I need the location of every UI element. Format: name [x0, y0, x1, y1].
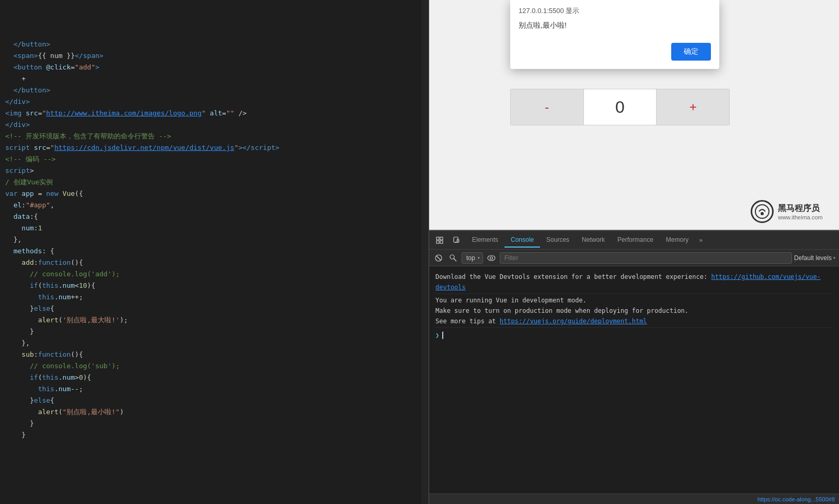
- logo-placeholder: 黑马程序员 www.itheima.com: [740, 198, 834, 225]
- browser-preview: 127.0.0.1:5500 显示 别点啦,最小啦! 确定 - 0 +: [429, 0, 839, 230]
- logo-area: 黑马程序员 www.itheima.com: [740, 198, 834, 225]
- alert-footer: 确定: [510, 39, 719, 69]
- code-line: methods: {: [0, 245, 429, 257]
- context-selector[interactable]: top ▾: [462, 252, 483, 264]
- code-line: alert("别点啦,最小啦!"): [0, 406, 429, 418]
- code-editor: </button> <span>{{ num }}</span> <button…: [0, 0, 429, 504]
- code-line: <button @click="add">: [0, 62, 429, 73]
- alert-body: 别点啦,最小啦!: [510, 18, 719, 39]
- code-line: this.num--;: [0, 383, 429, 395]
- code-line: },: [0, 234, 429, 245]
- code-line: script src="https://cdn.jsdelivr.net/npm…: [0, 142, 429, 154]
- code-line: sub:function(){: [0, 349, 429, 360]
- tab-network[interactable]: Network: [576, 233, 611, 248]
- code-line: this.num++;: [0, 291, 429, 303]
- console-output: Download the Vue Devtools extension for …: [429, 266, 839, 494]
- code-line: </button>: [0, 85, 429, 96]
- status-bar: https://oc.code-along...5500#8: [429, 494, 839, 504]
- code-line: +: [0, 73, 429, 85]
- code-line: alert('别点啦,最大啦!');: [0, 314, 429, 326]
- code-line: script>: [0, 165, 429, 177]
- code-line: }: [0, 326, 429, 337]
- svg-point-1: [761, 212, 764, 215]
- devtools-tabs: Elements Console Sources Network Perform…: [429, 231, 839, 250]
- devtools-panel: Elements Console Sources Network Perform…: [429, 230, 839, 504]
- svg-point-11: [450, 255, 454, 259]
- code-line: // console.log('add');: [0, 268, 429, 280]
- code-line: <span>{{ num }}</span>: [0, 50, 429, 62]
- code-line: <img src="http://www.itheima.com/images/…: [0, 108, 429, 119]
- svg-point-13: [488, 255, 495, 261]
- code-line: if(this.num>0){: [0, 372, 429, 383]
- code-line: / 创建Vue实例: [0, 177, 429, 188]
- code-content: </button> <span>{{ num }}</span> <button…: [0, 0, 429, 445]
- alert-origin: 127.0.0.1:5500 显示: [519, 7, 579, 15]
- logo-brand: 黑马程序员: [778, 203, 823, 214]
- svg-rect-2: [436, 237, 439, 240]
- vue-devtools-link[interactable]: https://github.com/vuejs/vue-devtools: [435, 273, 821, 291]
- device-toggle-button[interactable]: [449, 233, 464, 248]
- console-input-line: ❯: [435, 330, 833, 341]
- code-line: }: [0, 429, 429, 441]
- tab-more-button[interactable]: »: [695, 233, 707, 247]
- code-line: </div>: [0, 119, 429, 131]
- svg-line-12: [454, 259, 456, 261]
- svg-line-10: [436, 256, 441, 260]
- code-line: },: [0, 337, 429, 349]
- code-line: }else{: [0, 303, 429, 314]
- svg-rect-4: [440, 237, 443, 240]
- code-line: add:function(){: [0, 257, 429, 268]
- svg-point-14: [490, 256, 492, 259]
- console-cursor: [442, 332, 443, 339]
- code-line: data:{: [0, 211, 429, 222]
- log-levels-selector[interactable]: Default levels ▾: [794, 254, 836, 262]
- code-line: <!-- 编码 -->: [0, 154, 429, 165]
- alert-message: 别点啦,最小啦!: [519, 21, 567, 29]
- svg-rect-7: [455, 242, 456, 243]
- counter-plus-label: +: [689, 100, 697, 114]
- console-caret-icon: ❯: [435, 330, 439, 341]
- inspect-element-button[interactable]: [432, 233, 447, 248]
- tab-console[interactable]: Console: [504, 233, 540, 248]
- logo-circle-icon: [751, 200, 774, 223]
- code-line: </div>: [0, 96, 429, 108]
- svg-point-0: [755, 205, 769, 218]
- filter-toggle-button[interactable]: [447, 252, 459, 264]
- context-dropdown-arrow: ▾: [477, 255, 480, 261]
- alert-title-bar: 127.0.0.1:5500 显示: [510, 0, 719, 18]
- svg-rect-6: [454, 237, 458, 242]
- clear-console-button[interactable]: [432, 252, 445, 264]
- logo-website: www.itheima.com: [778, 214, 823, 220]
- code-line: el:"#app",: [0, 200, 429, 211]
- code-line: <!-- 开发环境版本，包含了有帮助的命令行警告 -->: [0, 131, 429, 142]
- code-line: if(this.num<10){: [0, 280, 429, 291]
- code-line: // console.log('sub');: [0, 360, 429, 372]
- code-line: var app = new Vue({: [0, 188, 429, 200]
- tab-elements[interactable]: Elements: [466, 233, 504, 248]
- counter-plus-button[interactable]: +: [657, 89, 729, 125]
- logo-text: 黑马程序员 www.itheima.com: [778, 203, 823, 220]
- alert-dialog: 127.0.0.1:5500 显示 别点啦,最小啦! 确定: [510, 0, 719, 69]
- tab-performance[interactable]: Performance: [611, 233, 660, 248]
- alert-ok-button[interactable]: 确定: [671, 43, 711, 61]
- filter-input[interactable]: [500, 252, 792, 264]
- code-line: num:1: [0, 222, 429, 234]
- tab-sources[interactable]: Sources: [540, 233, 576, 248]
- counter-minus-label: -: [545, 100, 549, 114]
- console-message-1: Download the Vue Devtools extension for …: [435, 271, 833, 294]
- code-line: </button>: [0, 39, 429, 50]
- tab-memory[interactable]: Memory: [660, 233, 695, 248]
- counter-value: 0: [583, 89, 657, 125]
- deployment-guide-link[interactable]: https://vuejs.org/guide/deployment.html: [500, 318, 647, 325]
- editor-scrollbar[interactable]: [421, 0, 429, 504]
- context-label: top: [466, 254, 475, 262]
- live-expressions-button[interactable]: [485, 252, 498, 264]
- counter-widget: - 0 +: [510, 89, 730, 125]
- code-line: }: [0, 418, 429, 429]
- svg-rect-5: [440, 241, 443, 243]
- console-toolbar: top ▾ Default levels ▾: [429, 250, 839, 266]
- counter-minus-button[interactable]: -: [511, 89, 583, 125]
- code-line: }else{: [0, 395, 429, 406]
- browser-panel: 127.0.0.1:5500 显示 别点啦,最小啦! 确定 - 0 +: [429, 0, 839, 504]
- svg-rect-3: [436, 241, 439, 243]
